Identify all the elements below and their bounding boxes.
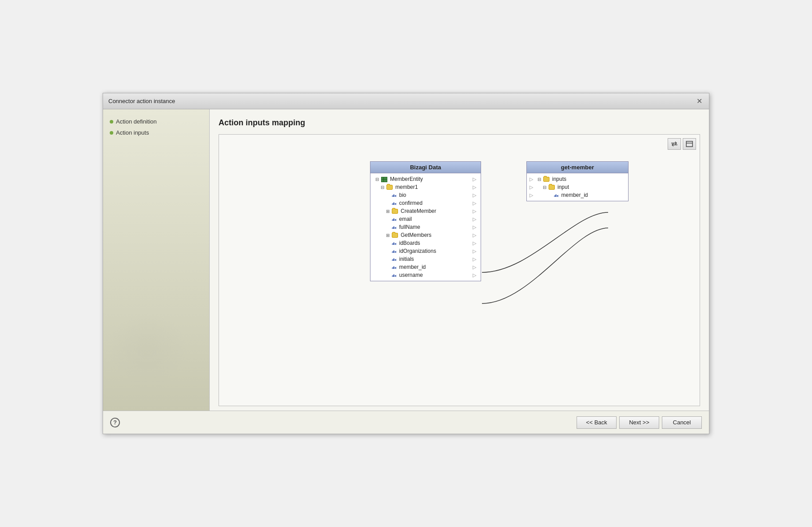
tree-row-label: idOrganizations	[399, 248, 436, 254]
node-icon	[543, 176, 549, 182]
row-arrow[interactable]: ▷	[473, 216, 478, 222]
row-arrow[interactable]: ▷	[473, 272, 478, 278]
row-arrow[interactable]: ▷	[473, 256, 478, 262]
node-icon: abc	[392, 200, 397, 206]
tree-row-label: input	[557, 184, 569, 190]
tree-row-label: member_id	[399, 264, 426, 270]
row-arrow[interactable]: ▷	[473, 240, 478, 246]
node-icon: abc	[392, 224, 397, 230]
help-button[interactable]: ?	[110, 418, 120, 427]
sidebar: Action definition Action inputs	[103, 109, 210, 411]
connector-box-header: get-member	[527, 162, 628, 173]
connector-box: get-member ▷⊟ inputs▷⊟ input▷abcmember_i…	[526, 161, 629, 201]
bullet-icon	[110, 120, 113, 124]
tree-row-label: MemberEntity	[390, 176, 423, 182]
bullet-icon	[110, 131, 113, 135]
tree-row: abcfullName▷	[370, 223, 481, 231]
expand-icon[interactable]: ⊞	[385, 233, 390, 238]
node-icon: abc	[392, 272, 397, 278]
main-content: Action definition Action inputs Action i…	[103, 109, 709, 411]
next-button[interactable]: Next >>	[619, 416, 659, 429]
tree-row-label: username	[399, 272, 423, 278]
mapping-container: Bizagi Data ⊟ MemberEntity▷⊟ member1▷abc…	[219, 134, 700, 406]
tree-row: ▷⊟ inputs	[527, 175, 628, 183]
expand-icon[interactable]: ⊟	[542, 185, 547, 190]
footer: ? << Back Next >> Cancel	[103, 411, 709, 434]
left-arrow[interactable]: ▷	[529, 192, 533, 198]
expand-icon[interactable]: ⊞	[385, 209, 390, 214]
row-arrow[interactable]: ▷	[473, 264, 478, 270]
tree-row: ▷⊟ input	[527, 183, 628, 191]
tree-row-label: initials	[399, 256, 414, 262]
expand-collapse-button[interactable]	[683, 138, 696, 150]
node-icon	[392, 208, 398, 214]
tree-row-label: confirmed	[399, 200, 423, 206]
expand-icon[interactable]: ⊟	[374, 177, 380, 182]
bizagi-box-rows: ⊟ MemberEntity▷⊟ member1▷abcbio▷abcconfi…	[370, 173, 481, 281]
toolbar-icons	[668, 138, 696, 150]
sidebar-item-label: Action definition	[116, 118, 157, 125]
node-icon	[381, 176, 387, 182]
title-bar: Connector action instance ✕	[103, 93, 709, 109]
dialog-title: Connector action instance	[108, 98, 175, 104]
node-icon: abc	[392, 240, 397, 246]
tree-row: abcbio▷	[370, 191, 481, 199]
expand-icon[interactable]: ⊟	[380, 185, 385, 190]
tree-row: abcinitials▷	[370, 255, 481, 263]
back-button[interactable]: << Back	[577, 416, 617, 429]
node-icon: abc	[392, 216, 397, 222]
node-icon: abc	[554, 192, 559, 198]
tree-row-label: email	[399, 216, 412, 222]
close-button[interactable]: ✕	[695, 97, 704, 106]
sidebar-item-action-inputs[interactable]: Action inputs	[110, 129, 203, 136]
left-arrow[interactable]: ▷	[529, 184, 533, 190]
svg-rect-2	[686, 141, 693, 147]
node-icon: abc	[392, 248, 397, 254]
map-fields-button[interactable]	[668, 138, 681, 150]
row-arrow[interactable]: ▷	[473, 248, 478, 254]
tree-row: abcidOrganizations▷	[370, 247, 481, 255]
tree-row: ⊞ GetMembers▷	[370, 231, 481, 239]
row-arrow[interactable]: ▷	[473, 200, 478, 206]
row-arrow[interactable]: ▷	[473, 192, 478, 198]
row-arrow[interactable]: ▷	[473, 176, 478, 182]
node-icon	[392, 232, 398, 238]
node-icon	[549, 184, 555, 190]
connector-box-rows: ▷⊟ inputs▷⊟ input▷abcmember_id	[527, 173, 628, 201]
tree-row-label: fullName	[399, 224, 420, 230]
sidebar-item-action-definition[interactable]: Action definition	[110, 118, 203, 125]
node-icon: abc	[392, 264, 397, 270]
tree-row-label: member1	[395, 184, 418, 190]
tree-row: ⊞ CreateMember▷	[370, 207, 481, 215]
left-arrow[interactable]: ▷	[529, 176, 533, 182]
content-area: Action inputs mapping	[210, 109, 709, 411]
tree-row: abcemail▷	[370, 215, 481, 223]
row-arrow[interactable]: ▷	[473, 232, 478, 238]
tree-row-label: idBoards	[399, 240, 420, 246]
tree-row: abcconfirmed▷	[370, 199, 481, 207]
tree-row: ⊟ member1▷	[370, 183, 481, 191]
bizagi-data-box: Bizagi Data ⊟ MemberEntity▷⊟ member1▷abc…	[370, 161, 481, 281]
dialog-window: Connector action instance ✕ Action defin…	[103, 93, 709, 434]
tree-row-label: GetMembers	[401, 232, 431, 238]
node-icon: abc	[392, 192, 397, 198]
node-icon	[386, 184, 393, 190]
tree-row: abcusername▷	[370, 271, 481, 279]
map-fields-icon	[670, 140, 678, 148]
footer-left: ?	[110, 418, 120, 427]
tree-row: ▷abcmember_id	[527, 191, 628, 199]
tree-row-label: inputs	[552, 176, 566, 182]
tree-row: ⊟ MemberEntity▷	[370, 175, 481, 183]
row-arrow[interactable]: ▷	[473, 184, 478, 190]
cancel-button[interactable]: Cancel	[662, 416, 702, 429]
expand-collapse-icon	[685, 140, 693, 148]
tree-row-label: member_id	[561, 192, 588, 198]
sidebar-item-label: Action inputs	[116, 129, 149, 136]
tree-row: abcidBoards▷	[370, 239, 481, 247]
tree-row: abcmember_id▷	[370, 263, 481, 271]
row-arrow[interactable]: ▷	[473, 208, 478, 214]
page-title: Action inputs mapping	[219, 118, 700, 128]
expand-icon[interactable]: ⊟	[537, 177, 542, 182]
tree-row-label: CreateMember	[401, 208, 436, 214]
row-arrow[interactable]: ▷	[473, 224, 478, 230]
